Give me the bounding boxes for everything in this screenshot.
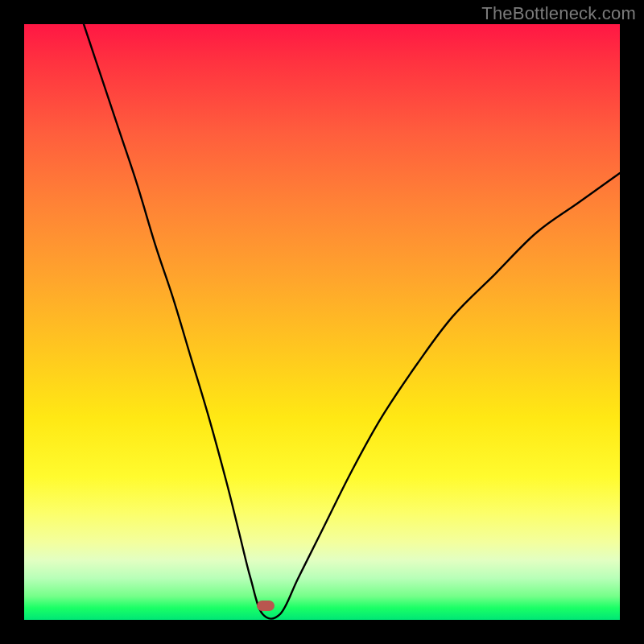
- bottleneck-curve: [24, 24, 620, 620]
- plot-area: [24, 24, 620, 620]
- curve-path: [84, 24, 620, 619]
- chart-frame: TheBottleneck.com: [0, 0, 644, 644]
- optimal-marker: [257, 601, 275, 611]
- watermark-text: TheBottleneck.com: [481, 3, 636, 24]
